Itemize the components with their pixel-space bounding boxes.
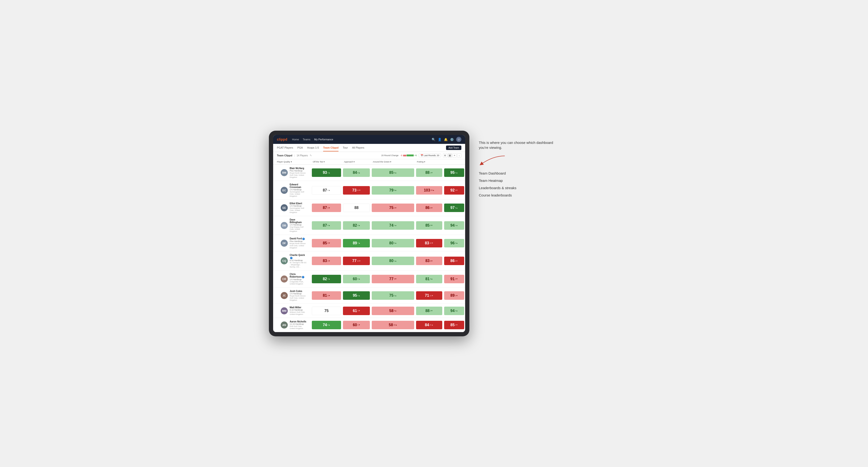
- score-cell[interactable]: 871▲: [311, 181, 342, 200]
- score-cell[interactable]: 882▼: [415, 304, 443, 318]
- export-button[interactable]: ↓: [457, 153, 461, 158]
- score-cell[interactable]: 881▼: [415, 165, 443, 181]
- score-cell[interactable]: 8310▼: [415, 235, 443, 251]
- score-cell[interactable]: 897▲: [342, 235, 371, 251]
- edit-icon[interactable]: ✎: [310, 154, 312, 157]
- score-cell[interactable]: 943▲: [443, 304, 465, 318]
- score-change: 3▼: [394, 278, 397, 280]
- player-cell[interactable]: JCJosh Coles1-5 HandicapRoyal North Devo…: [277, 288, 311, 303]
- score-cell[interactable]: 601▼: [342, 318, 371, 332]
- score-cell[interactable]: 868▼: [443, 251, 465, 271]
- tab-hcaps[interactable]: Hcaps 1-5: [307, 144, 319, 151]
- player-avatar: AN: [281, 321, 288, 329]
- avatar[interactable]: U: [456, 137, 461, 142]
- bell-icon[interactable]: 🔔: [444, 138, 448, 141]
- score-cell[interactable]: 846▲: [342, 165, 371, 181]
- score-cell[interactable]: 5810▲: [371, 318, 415, 332]
- tab-team-clippd[interactable]: Team Clippd: [323, 144, 338, 151]
- score-cell[interactable]: 748▲: [311, 318, 342, 332]
- col-putting[interactable]: Putting ▾: [415, 159, 443, 165]
- score-cell[interactable]: 823▲: [311, 271, 342, 287]
- score-cell[interactable]: 88: [342, 200, 371, 216]
- score-cell[interactable]: 853▼: [415, 216, 443, 235]
- score-cell[interactable]: 7311▼: [342, 181, 371, 200]
- score-cell[interactable]: 963▲: [443, 235, 465, 251]
- menu-item-team-heatmap: Team Heatmap: [479, 179, 554, 183]
- score-cell[interactable]: 892▼: [443, 287, 465, 304]
- score-cell[interactable]: 602▲: [342, 271, 371, 287]
- score-cell[interactable]: 799▲: [371, 181, 415, 200]
- score-cell[interactable]: 853▼: [311, 235, 342, 251]
- last-rounds-button[interactable]: 📅 Last Rounds: 20: [418, 154, 441, 157]
- score-cell[interactable]: 913▼: [443, 271, 465, 287]
- score-cell[interactable]: 941▲: [443, 216, 465, 235]
- score-cell[interactable]: 858▲: [371, 165, 415, 181]
- score-cell[interactable]: 753▼: [371, 200, 415, 216]
- tab-tour[interactable]: Tour: [343, 144, 348, 151]
- score-cell[interactable]: 8421▲: [415, 318, 443, 332]
- score-cell[interactable]: 958▲: [342, 287, 371, 304]
- score-cell[interactable]: 741▲: [371, 216, 415, 235]
- table-view-button[interactable]: ▦: [448, 153, 452, 158]
- score-cell[interactable]: 803▲: [371, 235, 415, 251]
- nav-home[interactable]: Home: [292, 137, 299, 142]
- col-off-tee[interactable]: Off the Tee ▾: [311, 159, 342, 165]
- score-cell[interactable]: 584▲: [371, 304, 415, 318]
- score-cell[interactable]: 824▲: [342, 216, 371, 235]
- score-value: 71: [425, 293, 429, 298]
- player-cell[interactable]: ANAaron Nicholls11-15 HandicapDrift Golf…: [277, 319, 311, 331]
- score-change: 4▼: [455, 324, 458, 326]
- player-cell[interactable]: DBDave Billingham1-5 HandicapGog Magog G…: [277, 217, 311, 234]
- player-name: Edward Crossman: [290, 183, 307, 188]
- score-value: 58: [389, 309, 394, 313]
- add-team-button[interactable]: Add Team: [446, 146, 461, 150]
- score-cell[interactable]: 75: [311, 304, 342, 318]
- player-cell[interactable]: CQCharlie Quick✓6-10 HandicapSt. George'…: [277, 252, 311, 269]
- score-cell[interactable]: 801▲: [371, 251, 415, 271]
- score-cell[interactable]: 773▼: [371, 271, 415, 287]
- player-cell[interactable]: ECEdward Crossman1-5 HandicapSunningdale…: [277, 182, 311, 198]
- score-cell[interactable]: 752▲: [371, 287, 415, 304]
- score-cell[interactable]: 813▼: [311, 287, 342, 304]
- score-cell[interactable]: 833▼: [311, 251, 342, 271]
- col-player-quality[interactable]: Player Quality ▾: [273, 159, 311, 165]
- nav-teams[interactable]: Teams: [303, 137, 310, 142]
- score-cell[interactable]: 975▲: [443, 200, 465, 216]
- score-cell[interactable]: 836▼: [415, 251, 443, 271]
- player-avatar: BM: [281, 169, 288, 176]
- col-around-green[interactable]: Around the Green ▾: [371, 159, 415, 165]
- score-value: 86: [425, 206, 430, 210]
- tab-all-players[interactable]: All Players: [352, 144, 365, 151]
- annotation-arrow-svg: [479, 155, 507, 166]
- score-cell[interactable]: 10315▲: [415, 181, 443, 200]
- player-cell[interactable]: MMMatt Miller6-10 HandicapWoburn Golf Cl…: [277, 305, 311, 317]
- score-cell[interactable]: 923▼: [443, 181, 465, 200]
- score-cell[interactable]: 866▼: [415, 200, 443, 216]
- user-icon[interactable]: 👤: [438, 138, 441, 141]
- score-change: 2▼: [455, 294, 458, 297]
- player-cell[interactable]: BMBlair McHargPlus HandicapRoyal North D…: [277, 165, 311, 180]
- player-cell[interactable]: EEElliot Ebert1-5 HandicapSunningdale Go…: [277, 201, 311, 215]
- tab-pgat-players[interactable]: PGAT Players: [277, 144, 293, 151]
- score-cell[interactable]: 873▼: [311, 200, 342, 216]
- settings-icon[interactable]: ⚙️: [450, 138, 454, 141]
- player-info: Josh Coles1-5 HandicapRoyal North Devon …: [290, 290, 307, 301]
- player-cell[interactable]: CRChris Robertson✓1-5 HandicapCraigmilla…: [277, 272, 311, 286]
- grid-view-button[interactable]: ⊞: [443, 153, 447, 158]
- tab-pga[interactable]: PGA: [298, 144, 303, 151]
- score-cell[interactable]: 814▲: [415, 271, 443, 287]
- score-cell[interactable]: 613▼: [342, 304, 371, 318]
- score-cell[interactable]: 959▲: [443, 165, 465, 181]
- list-view-button[interactable]: ≡: [453, 153, 457, 158]
- score-cell[interactable]: 7714▼: [342, 251, 371, 271]
- search-icon[interactable]: 🔍: [432, 138, 435, 141]
- score-value: 84: [353, 170, 357, 175]
- player-name: Chris Robertson✓: [290, 273, 307, 278]
- score-cell[interactable]: 854▼: [443, 318, 465, 332]
- col-approach[interactable]: Approach ▾: [342, 159, 371, 165]
- score-cell[interactable]: 7111▼: [415, 287, 443, 304]
- score-cell[interactable]: 934▲: [311, 165, 342, 181]
- player-cell[interactable]: DFDavid Ford✓Plus HandicapRoyal North De…: [277, 236, 311, 250]
- nav-my-performance[interactable]: My Performance: [314, 137, 333, 142]
- score-cell[interactable]: 874▲: [311, 216, 342, 235]
